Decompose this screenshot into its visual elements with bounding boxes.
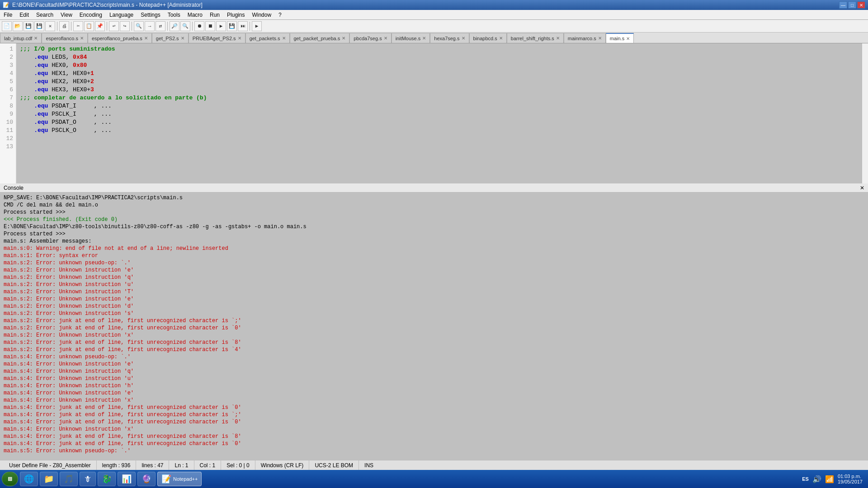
menu-view[interactable]: View — [57, 10, 76, 19]
start-button[interactable]: ⊞ — [2, 472, 18, 486]
taskbar-game2[interactable]: 🐉 — [98, 472, 116, 486]
taskbar-notepadpp[interactable]: 📝 Notepad++ — [157, 472, 202, 486]
replace-button[interactable]: ⇄ — [156, 21, 165, 31]
tab-esperoflanco-prueba[interactable]: esperoflanco_prueba.s ✕ — [88, 33, 152, 43]
tab-get-packet-prueba[interactable]: get_packet_prueba.s ✕ — [290, 33, 350, 43]
cut-button[interactable]: ✂ — [73, 21, 83, 31]
find-button[interactable]: 🔍 — [134, 21, 144, 31]
macro-play-button[interactable]: ▶ — [216, 21, 226, 31]
tab-close-icon[interactable]: ✕ — [181, 36, 184, 41]
menu-help[interactable]: ? — [275, 10, 285, 19]
tab-close-icon[interactable]: ✕ — [282, 36, 286, 41]
tab-lab-intup[interactable]: lab_intup.cdf ✕ — [0, 33, 42, 43]
macro-rec-button[interactable]: ⏺ — [194, 21, 204, 31]
volume-icon[interactable]: 🔊 — [812, 475, 821, 483]
macro-stop-button[interactable]: ⏹ — [205, 21, 215, 31]
zoom-out-button[interactable]: 🔍 — [180, 21, 190, 31]
separator — [57, 22, 57, 31]
tab-prueba-get-ps2[interactable]: PRUEBAget_PS2.s ✕ — [189, 33, 245, 43]
macro-save-button[interactable]: 💾 — [227, 21, 237, 31]
console-line: <<< Process finished. (Exit code 0) — [4, 216, 864, 223]
new-button[interactable]: 📄 — [2, 21, 12, 31]
zoom-in-button[interactable]: 🔎 — [170, 21, 179, 31]
tab-close-icon[interactable]: ✕ — [34, 36, 38, 41]
media-icon: 🎵 — [64, 474, 74, 484]
tab-label: barrel_shift_rights.s — [511, 36, 554, 41]
notepadpp-icon: 📝 — [161, 474, 171, 484]
console-content[interactable]: NPP_SAVE: E:\BONE\Facultad\IMP\PRACTICA2… — [0, 192, 868, 460]
taskbar-explorer[interactable]: 📁 — [40, 472, 58, 486]
console-line: main.s:4: Error: junk at end of line, fi… — [4, 404, 864, 411]
menu-run[interactable]: Run — [206, 10, 223, 19]
console-header: Console ✕ — [0, 183, 868, 192]
tab-binapbcd[interactable]: binapbcd.s ✕ — [469, 33, 507, 43]
tab-hexa7seg[interactable]: hexa7seg.s ✕ — [430, 33, 469, 43]
copy-button[interactable]: 📋 — [84, 21, 94, 31]
tab-close-icon[interactable]: ✕ — [556, 36, 560, 41]
separator3 — [107, 22, 107, 31]
vertical-scrollbar[interactable] — [862, 43, 868, 183]
save-all-button[interactable]: 💾 — [34, 21, 44, 31]
print-button[interactable]: 🖨 — [59, 21, 69, 31]
code-content[interactable]: ;;; I/O ports suministrados .equ LEDS, 0… — [16, 43, 862, 183]
console-close-icon[interactable]: ✕ — [860, 185, 864, 191]
menu-plugins[interactable]: Plugins — [223, 10, 248, 19]
tab-close-icon[interactable]: ✕ — [342, 36, 345, 41]
tab-close-icon[interactable]: ✕ — [238, 36, 241, 41]
tab-close-icon[interactable]: ✕ — [80, 36, 84, 41]
close-button[interactable]: ✕ — [857, 1, 865, 9]
maximize-button[interactable]: □ — [848, 1, 856, 9]
paste-button[interactable]: 📌 — [95, 21, 105, 31]
tab-close-icon[interactable]: ✕ — [598, 36, 602, 41]
minimize-button[interactable]: — — [839, 1, 847, 9]
code-editor[interactable]: 1 2 3 4 5 6 7 8 9 10 11 12 13 ;;; I/O po… — [0, 43, 868, 183]
status-bar: User Define File - Z80_Assembler length … — [0, 460, 868, 470]
tab-close-icon[interactable]: ✕ — [384, 36, 387, 41]
console-title: Console — [4, 185, 24, 191]
menu-edit[interactable]: Edit — [16, 10, 33, 19]
open-button[interactable]: 📂 — [13, 21, 23, 31]
tab-label: esperoflanco_prueba.s — [92, 36, 142, 41]
close-button[interactable]: ✕ — [45, 21, 55, 31]
tab-close-icon[interactable]: ✕ — [626, 36, 630, 41]
tab-close-icon[interactable]: ✕ — [422, 36, 426, 41]
redo-button[interactable]: ↪ — [120, 21, 130, 31]
findnext-button[interactable]: → — [145, 21, 155, 31]
tab-main[interactable]: main.s ✕ — [606, 33, 634, 43]
tab-pbcda7seg[interactable]: pbcda7seg.s ✕ — [349, 33, 391, 43]
tab-close-icon[interactable]: ✕ — [462, 36, 465, 41]
taskbar-media[interactable]: 🎵 — [60, 472, 78, 486]
menu-file[interactable]: File — [0, 10, 16, 19]
tab-mainmarco[interactable]: mainmarco.s ✕ — [564, 33, 606, 43]
tab-get-packets[interactable]: get_packets.s ✕ — [245, 33, 290, 43]
network-icon[interactable]: 📶 — [825, 475, 834, 483]
tab-barrel-shift[interactable]: barrel_shift_rights.s ✕ — [507, 33, 564, 43]
taskbar-matlab[interactable]: 📊 — [118, 472, 136, 486]
save-button[interactable]: 💾 — [24, 21, 33, 31]
line-numbers: 1 2 3 4 5 6 7 8 9 10 11 12 13 — [0, 43, 16, 183]
tab-get-ps2[interactable]: get_PS2.s ✕ — [152, 33, 189, 43]
macro-run-button[interactable]: ⏭ — [238, 21, 248, 31]
firefox-icon: 🌐 — [24, 474, 34, 484]
menu-settings[interactable]: Settings — [137, 10, 164, 19]
menu-tools[interactable]: Tools — [164, 10, 184, 19]
taskbar-firefox[interactable]: 🌐 — [20, 472, 38, 486]
tab-close-icon[interactable]: ✕ — [499, 36, 503, 41]
menu-search[interactable]: Search — [33, 10, 57, 19]
title-bar-controls: — □ ✕ — [839, 1, 865, 9]
folder-icon: 📁 — [44, 474, 54, 484]
menu-encoding[interactable]: Encoding — [76, 10, 106, 19]
taskbar-app7[interactable]: 🔮 — [137, 472, 156, 486]
console-line: Process started >>> — [4, 209, 864, 216]
menu-window[interactable]: Window — [248, 10, 275, 19]
menu-macro[interactable]: Macro — [184, 10, 206, 19]
menu-language[interactable]: Language — [106, 10, 137, 19]
tab-initmouse[interactable]: initMouse.s ✕ — [392, 33, 430, 43]
undo-button[interactable]: ↩ — [109, 21, 119, 31]
tab-esperoflanco[interactable]: esperoflanco.s ✕ — [42, 33, 88, 43]
console-line: main.s:4: Error: junk at end of line, fi… — [4, 433, 864, 440]
run-button[interactable]: ▶ — [252, 21, 262, 31]
taskbar-game1[interactable]: 🗡 — [80, 472, 96, 486]
tab-close-icon[interactable]: ✕ — [144, 36, 148, 41]
matlab-icon: 📊 — [122, 474, 132, 484]
